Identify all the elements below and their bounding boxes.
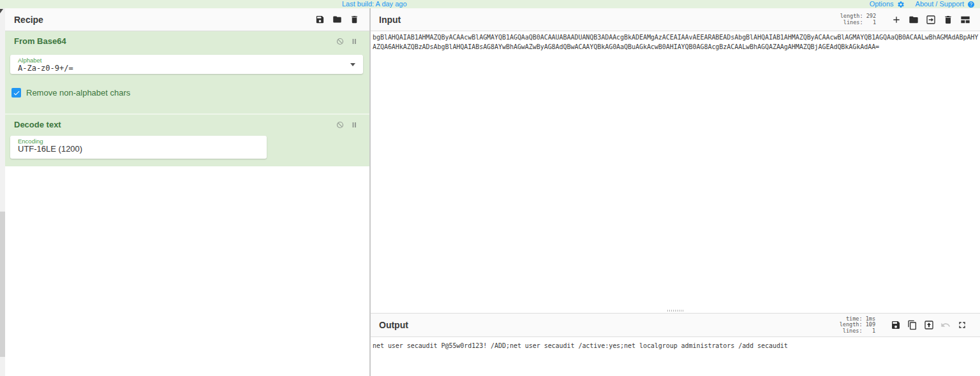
add-input-icon[interactable] <box>891 15 902 25</box>
gear-icon[interactable] <box>897 1 905 8</box>
alphabet-field-value: A-Za-z0-9+/= <box>18 64 363 73</box>
disable-operation-icon[interactable] <box>336 121 344 129</box>
checkbox-label: Remove non-alphabet chars <box>26 88 130 98</box>
operations-scrollbar[interactable] <box>0 8 5 376</box>
encoding-field[interactable]: Encoding UTF-16LE (1200) <box>10 136 267 159</box>
options-button[interactable]: Options <box>870 0 894 8</box>
output-header-right: time: 1ms length: 109 lines: 1 <box>840 316 980 335</box>
operation-name: From Base64 <box>14 36 66 46</box>
operation-name: Decode text <box>14 120 61 129</box>
breakpoint-pause-icon[interactable] <box>350 121 358 129</box>
reset-layout-icon[interactable] <box>960 15 970 25</box>
input-header-right: length: 292 lines: 1 <box>840 13 980 25</box>
save-output-icon[interactable] <box>891 320 901 330</box>
input-title: Input <box>371 15 401 25</box>
clear-recipe-icon[interactable] <box>350 15 359 24</box>
move-output-to-input-icon[interactable] <box>924 320 934 330</box>
output-textarea: net user secaudit P@55w0rd123! /ADD;net … <box>371 336 980 376</box>
save-recipe-icon[interactable] <box>315 15 325 24</box>
operation-title-row: Decode text <box>14 120 358 129</box>
recipe-header: Recipe <box>5 8 369 31</box>
clear-io-icon[interactable] <box>943 15 953 25</box>
recipe-panel: Recipe From Base64 Alphabet A-Za-z0-9+/= <box>5 8 370 376</box>
remove-non-alphabet-row[interactable]: Remove non-alphabet chars <box>11 88 130 98</box>
io-panel: Input length: 292 lines: 1 bgBlAHQAIAB1A… <box>370 8 980 376</box>
operation-controls <box>336 121 358 129</box>
chevron-down-icon[interactable] <box>350 63 355 66</box>
top-banner: Last build: A day ago Options About / Su… <box>0 0 980 9</box>
open-file-icon[interactable] <box>909 15 919 25</box>
maximise-output-icon[interactable] <box>957 320 967 330</box>
recipe-title: Recipe <box>5 15 43 25</box>
about-support-link[interactable]: About / Support <box>916 0 964 8</box>
input-stats: length: 292 lines: 1 <box>840 13 876 25</box>
load-recipe-icon[interactable] <box>332 15 342 24</box>
undo-icon[interactable] <box>940 320 951 330</box>
remove-non-alphabet-checkbox[interactable] <box>11 88 21 98</box>
recipe-header-icons <box>315 15 369 24</box>
banner-links: Options About / Support <box>870 0 975 8</box>
splitter-handle-icon <box>667 310 684 312</box>
disable-operation-icon[interactable] <box>336 38 344 45</box>
scrollbar-thumb[interactable] <box>0 212 5 357</box>
pane-splitter[interactable] <box>371 308 980 313</box>
help-icon[interactable] <box>967 1 975 8</box>
alphabet-field-label: Alphabet <box>18 57 363 64</box>
operation-from-base64[interactable]: From Base64 Alphabet A-Za-z0-9+/= Remove… <box>5 31 369 115</box>
operation-controls <box>336 38 358 45</box>
output-stats: time: 1ms length: 109 lines: 1 <box>840 316 875 335</box>
mouse-cursor <box>0 9 3 13</box>
alphabet-field[interactable]: Alphabet A-Za-z0-9+/= <box>10 55 363 74</box>
encoding-field-value: UTF-16LE (1200) <box>18 145 267 154</box>
last-build-text: Last build: A day ago <box>342 0 407 8</box>
cyberchef-app: Last build: A day ago Options About / Su… <box>0 0 980 376</box>
copy-output-icon[interactable] <box>907 320 917 330</box>
input-header-icons <box>891 15 980 25</box>
open-folder-icon[interactable] <box>926 15 936 25</box>
output-title: Output <box>371 320 408 330</box>
output-header-icons <box>891 320 980 330</box>
breakpoint-pause-icon[interactable] <box>350 38 358 45</box>
input-textarea[interactable]: bgBlAHQAIAB1AHMAZQByACAAcwBlAGMAYQB1AGQA… <box>371 31 980 310</box>
operation-title-row: From Base64 <box>14 36 358 46</box>
operation-decode-text[interactable]: Decode text Encoding UTF-16LE (1200) <box>5 115 369 166</box>
input-header: Input length: 292 lines: 1 <box>371 8 980 31</box>
output-header: Output time: 1ms length: 109 lines: 1 <box>371 313 980 337</box>
